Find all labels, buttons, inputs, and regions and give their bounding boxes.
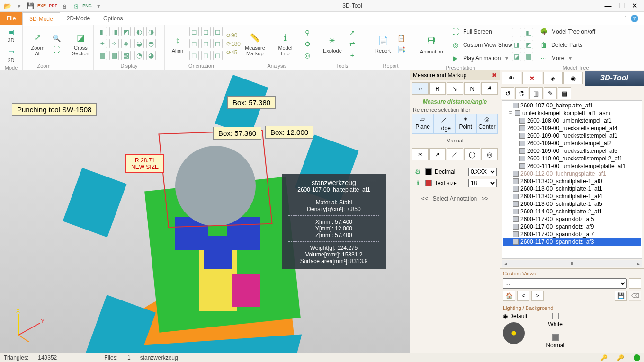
modeltree-opt-icon[interactable]: ◩ bbox=[524, 40, 533, 49]
analysis-opt-icon[interactable]: ⚙ bbox=[303, 39, 312, 49]
light-sphere-icon[interactable] bbox=[503, 322, 525, 344]
tree-item[interactable]: 2600-113-00_schnittplatte-1_af0 bbox=[503, 177, 641, 185]
save-exe-icon[interactable]: EXE bbox=[37, 1, 46, 10]
tool-edge-icon[interactable]: ↘ bbox=[447, 82, 463, 95]
tools-opt-icon[interactable]: + bbox=[348, 51, 357, 60]
ref-plane-button[interactable]: ▱Plane bbox=[412, 114, 433, 134]
save-icon[interactable]: 💾 bbox=[26, 1, 35, 10]
report-opt-icon[interactable]: 📋 bbox=[396, 34, 406, 43]
tree-tool-icon[interactable]: ▤ bbox=[558, 87, 571, 99]
select-annotation-button[interactable]: << Select Annotation >> bbox=[410, 193, 500, 205]
tree-item[interactable]: 2600-117-00_spannklotz_af5 bbox=[503, 215, 641, 223]
modeltree-opt-icon[interactable]: ≣ bbox=[512, 28, 521, 37]
settings-icon[interactable]: ⚙ bbox=[413, 167, 422, 177]
decimal-format-select[interactable]: 0.XXX bbox=[468, 168, 497, 176]
custom-view-show-button[interactable]: ◎Custom View Show bbox=[449, 39, 514, 51]
manual-4-icon[interactable]: ◯ bbox=[464, 148, 481, 160]
maximize-button[interactable]: ☐ bbox=[617, 1, 626, 10]
tools-opt-icon[interactable]: ⇄ bbox=[348, 39, 357, 49]
orient-icon[interactable]: ◻ bbox=[213, 39, 223, 48]
tree-eye-icon[interactable]: 👁 bbox=[502, 72, 521, 84]
tree-item[interactable]: 2600-109-00_rueckstellstempel_af1 bbox=[503, 132, 641, 140]
ref-edge-button[interactable]: ／Edge bbox=[433, 114, 455, 134]
status-key2-icon[interactable]: 🔑 bbox=[617, 354, 624, 361]
tree-item[interactable]: 2600-117-00_spannklotz_af7 bbox=[503, 230, 641, 238]
measure-markup-button[interactable]: 📏Measure Markup bbox=[242, 31, 268, 57]
more-button[interactable]: ⋯More▾ bbox=[537, 53, 597, 64]
modeltree-opt-icon[interactable]: ▤ bbox=[524, 52, 533, 61]
tree-item[interactable]: 2600-110-00_rueckstellstempel-2_af1 bbox=[503, 155, 641, 162]
help-icon[interactable]: ? bbox=[631, 15, 638, 22]
tree-item[interactable]: 2600-114-00_schnittplatte-2_af1 bbox=[503, 208, 641, 215]
tree-item[interactable]: ⊟ umlenkstempel_komplett_af1_asm bbox=[503, 109, 641, 117]
tree-item[interactable]: 2600-111-00_umlenkstempelplatte_af1 bbox=[503, 162, 641, 170]
tree-item[interactable]: 2600-113-00_schnittplatte-1_af4 bbox=[503, 193, 641, 200]
open-dropdown-icon[interactable]: ▾ bbox=[14, 1, 24, 10]
collapse-ribbon-icon[interactable]: ˄ bbox=[624, 15, 627, 21]
ref-point-button[interactable]: ✶Point bbox=[455, 114, 476, 134]
tree-item[interactable]: 2600-109-00_rueckstellstempel_af4 bbox=[503, 124, 641, 132]
display-opt-icon[interactable]: ◩ bbox=[121, 27, 131, 36]
report-opt-icon[interactable]: 📑 bbox=[396, 45, 406, 54]
tab-file[interactable]: File bbox=[0, 12, 22, 25]
tree-item[interactable]: 2600-113-00_schnittplatte-1_af1 bbox=[503, 185, 641, 193]
model-tree[interactable]: 2600-107-00_halteplatte_af1⊟ umlenkstemp… bbox=[502, 100, 642, 259]
display-opt-icon[interactable]: ◔ bbox=[134, 51, 144, 60]
orient-icon[interactable]: ◻ bbox=[201, 39, 211, 48]
tree-tool-icon[interactable]: ▥ bbox=[529, 87, 543, 99]
white-checkbox[interactable] bbox=[552, 313, 559, 319]
manual-2-icon[interactable]: ↗ bbox=[429, 148, 446, 160]
tree-tool-icon[interactable]: ⚗ bbox=[515, 87, 528, 99]
default-radio[interactable]: ◉ Default bbox=[503, 313, 527, 319]
modeltree-opt-icon[interactable]: ◧ bbox=[524, 28, 533, 37]
tree-hide-icon[interactable]: ✖ bbox=[522, 72, 542, 84]
display-opt-icon[interactable]: ◕ bbox=[146, 51, 156, 60]
model-tree-toggle-button[interactable]: 🌳Model Tree on/off bbox=[537, 26, 597, 37]
normal-checkbox[interactable] bbox=[552, 334, 559, 341]
cv-prev-button[interactable]: < bbox=[517, 291, 529, 301]
orient-icon[interactable]: ◻ bbox=[201, 27, 211, 36]
tree-item[interactable]: 2600-109-00_umlenkstempel_af2 bbox=[503, 140, 641, 147]
cv-add-icon[interactable]: + bbox=[629, 278, 641, 289]
tool-distance-icon[interactable]: ↔ bbox=[412, 82, 429, 95]
display-opt-icon[interactable]: ◑ bbox=[146, 27, 156, 36]
orient-icon[interactable]: ◻ bbox=[189, 51, 199, 60]
display-opt-icon[interactable]: ◨ bbox=[109, 27, 119, 36]
analysis-opt-icon[interactable]: ⚲ bbox=[303, 28, 312, 37]
color-red-swatch[interactable] bbox=[425, 180, 432, 186]
orient-icon[interactable]: ◻ bbox=[189, 27, 199, 36]
tools-opt-icon[interactable]: ↗ bbox=[348, 28, 357, 37]
tree-item[interactable]: 2600-117-00_spannklotz_af3 bbox=[503, 238, 641, 246]
info-icon[interactable]: ℹ bbox=[413, 178, 422, 188]
manual-5-icon[interactable]: ◎ bbox=[481, 148, 498, 160]
status-key-icon[interactable]: 🔑 bbox=[600, 354, 608, 361]
tree-tool-icon[interactable]: ↺ bbox=[501, 87, 514, 99]
mode-2d-button[interactable]: ▭2D bbox=[4, 46, 19, 64]
export-png-icon[interactable]: PNG bbox=[82, 1, 92, 10]
tool-radius-icon[interactable]: R bbox=[429, 82, 446, 95]
cross-section-button[interactable]: ◪Cross Section bbox=[69, 31, 92, 57]
display-opt-icon[interactable]: ▤ bbox=[98, 51, 107, 60]
tool-note-icon[interactable]: N bbox=[464, 82, 481, 95]
display-opt-icon[interactable]: ▩ bbox=[121, 51, 131, 60]
display-opt-icon[interactable]: ◓ bbox=[146, 39, 156, 48]
modeltree-opt-icon[interactable]: ◨ bbox=[512, 40, 521, 49]
animation-button[interactable]: 🎞Animation bbox=[417, 35, 446, 55]
tree-item[interactable]: 2600-107-00_halteplatte_af1 bbox=[503, 102, 641, 109]
model-info-button[interactable]: ℹModel Info bbox=[271, 31, 300, 57]
cv-home-icon[interactable]: 🏠 bbox=[503, 291, 515, 301]
cv-next-button[interactable]: > bbox=[531, 291, 544, 301]
delete-parts-button[interactable]: 🗑Delete Parts bbox=[537, 39, 597, 51]
3d-viewport[interactable]: Punching tool SW-1508 Box: 57.380 Box: 5… bbox=[0, 70, 410, 353]
ref-center-button[interactable]: ◎Center bbox=[476, 114, 498, 134]
display-opt-icon[interactable]: ✦ bbox=[98, 39, 107, 48]
display-opt-icon[interactable]: ◒ bbox=[134, 39, 144, 48]
tree-item[interactable]: 2600-109-00_rueckstellstempel_af5 bbox=[503, 147, 641, 155]
tab-2d-mode[interactable]: 2D-Mode bbox=[60, 12, 97, 25]
tab-3d-mode[interactable]: 3D-Mode bbox=[22, 12, 60, 26]
align-button[interactable]: ↕Align bbox=[169, 34, 187, 54]
tree-hscrollbar[interactable]: ◂ıı▸ bbox=[502, 260, 642, 267]
open-icon[interactable]: 📂 bbox=[3, 1, 12, 10]
qat-dropdown-icon[interactable]: ▾ bbox=[94, 1, 103, 10]
report-button[interactable]: 📄Report bbox=[372, 34, 394, 54]
